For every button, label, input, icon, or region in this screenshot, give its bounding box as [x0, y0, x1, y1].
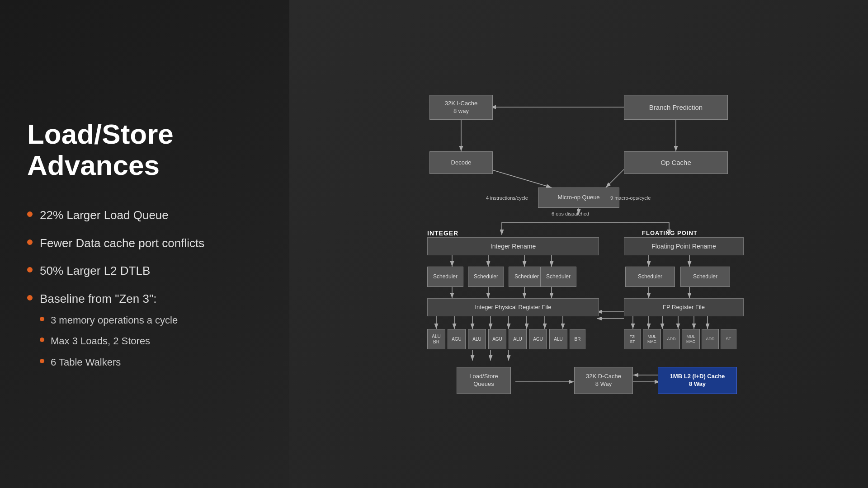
l2-cache-box: 1MB L2 (I+D) Cache 8 Way: [658, 367, 737, 394]
fp-unit-5: ADD: [702, 329, 719, 349]
bullet-text-2: Fewer Data cache port conflicts: [40, 236, 204, 251]
diagram: 32K I-Cache 8 way Branch Prediction Deco…: [402, 81, 755, 407]
int-unit-8: BR: [570, 329, 585, 349]
fp-unit-3: ADD: [663, 329, 680, 349]
fp-reg-file-label: FP Register File: [663, 304, 705, 311]
fp-scheduler-2: Scheduler: [680, 267, 730, 287]
sub-bullet-dot-1: [40, 317, 44, 321]
sub-bullet-dot-3: [40, 359, 44, 363]
sub-bullet-text-2: Max 3 Loads, 2 Stores: [51, 335, 150, 348]
fp-scheduler-1: Scheduler: [625, 267, 675, 287]
bullet-dot-4: [27, 295, 33, 300]
sub-bullet-item-1: 3 memory operations a cycle: [40, 314, 178, 327]
load-store-label: Load/Store Queues: [469, 373, 498, 388]
int-unit-4: AGU: [488, 329, 506, 349]
fp-scheduler-2-label: Scheduler: [693, 273, 717, 281]
bullet-dot-1: [27, 211, 33, 217]
fp-unit-6: ST: [721, 329, 736, 349]
bullet-item-2: Fewer Data cache port conflicts: [27, 236, 262, 251]
int-unit-7: ALU: [549, 329, 567, 349]
int-scheduler-3-label: Scheduler: [514, 273, 539, 281]
l2-cache-label: 1MB L2 (I+D) Cache 8 Way: [670, 373, 725, 388]
sub-bullet-text-3: 6 Table Walkers: [51, 356, 121, 369]
sub-bullet-dot-2: [40, 338, 44, 342]
int-unit-6: AGU: [529, 329, 547, 349]
microop-queue-box: Micro-op Queue: [538, 188, 619, 208]
int-unit-5: ALU: [509, 329, 527, 349]
int-scheduler-4-label: Scheduler: [546, 273, 571, 281]
fp-unit-2: MUL MAC: [643, 329, 661, 349]
decode-label: Decode: [451, 159, 472, 167]
sub-bullet-item-3: 6 Table Walkers: [40, 356, 178, 369]
dcache-label: 32K D-Cache 8 Way: [586, 373, 621, 388]
int-scheduler-2-label: Scheduler: [474, 273, 498, 281]
bullet-dot-3: [27, 267, 33, 272]
bullet-item-4: Baseline from "Zen 3": 3 memory operatio…: [27, 291, 262, 369]
bullet-dot-2: [27, 239, 33, 245]
left-panel: Load/Store Advances 22% Larger Load Queu…: [0, 0, 289, 488]
icache-label: 32K I-Cache 8 way: [445, 100, 477, 115]
bullet-text-4: Baseline from "Zen 3":: [40, 292, 156, 305]
bullet-text-3: 50% Larger L2 DTLB: [40, 263, 150, 279]
fp-rename-label: Floating Point Rename: [651, 242, 716, 250]
branch-prediction-label: Branch Prediction: [649, 103, 703, 112]
int-unit-2: AGU: [448, 329, 466, 349]
int-scheduler-1: Scheduler: [427, 267, 463, 287]
integer-label: INTEGER: [427, 230, 458, 237]
int-reg-file-label: Integer Physical Register File: [475, 304, 551, 311]
fp-rename-box: Floating Point Rename: [624, 237, 744, 255]
bullet-list: 22% Larger Load Queue Fewer Data cache p…: [27, 208, 262, 369]
decode-box: Decode: [429, 151, 493, 174]
sub-bullet-text-1: 3 memory operations a cycle: [51, 314, 178, 327]
branch-prediction-box: Branch Prediction: [624, 95, 728, 120]
op-cache-box: Op Cache: [624, 151, 728, 174]
int-scheduler-4: Scheduler: [540, 267, 576, 287]
right-panel: 32K I-Cache 8 way Branch Prediction Deco…: [289, 0, 868, 488]
label-9macro: 9 macro-ops/cycle: [610, 195, 651, 201]
fp-scheduler-1-label: Scheduler: [638, 273, 662, 281]
microop-queue-label: Micro-op Queue: [557, 194, 599, 202]
int-scheduler-3: Scheduler: [509, 267, 545, 287]
bullet-item-3: 50% Larger L2 DTLB: [27, 263, 262, 279]
fp-label: FLOATING POINT: [642, 230, 698, 236]
slide-title: Load/Store Advances: [27, 119, 262, 180]
icache-box: 32K I-Cache 8 way: [429, 95, 493, 120]
svg-line-5: [491, 169, 552, 188]
int-reg-file-box: Integer Physical Register File: [427, 298, 599, 316]
label-4inst: 4 instructions/cycle: [486, 195, 528, 201]
sub-bullet-list: 3 memory operations a cycle Max 3 Loads,…: [40, 314, 178, 369]
int-scheduler-1-label: Scheduler: [433, 273, 458, 281]
integer-rename-box: Integer Rename: [427, 237, 599, 255]
label-6ops: 6 ops dispatched: [552, 211, 589, 216]
fp-unit-1: F2I ST: [624, 329, 641, 349]
int-unit-1: ALU BR: [427, 329, 445, 349]
integer-rename-label: Integer Rename: [491, 242, 536, 250]
int-scheduler-2: Scheduler: [468, 267, 504, 287]
fp-reg-file-box: FP Register File: [624, 298, 744, 316]
bullet-item-1: 22% Larger Load Queue: [27, 208, 262, 223]
fp-unit-4: MUL MAC: [682, 329, 700, 349]
bullet-text-1: 22% Larger Load Queue: [40, 208, 169, 223]
int-unit-3: ALU: [468, 329, 486, 349]
load-store-box: Load/Store Queues: [457, 367, 511, 394]
dcache-box: 32K D-Cache 8 Way: [574, 367, 633, 394]
bullet-group-4: Baseline from "Zen 3": 3 memory operatio…: [40, 291, 178, 369]
op-cache-label: Op Cache: [660, 158, 691, 167]
sub-bullet-item-2: Max 3 Loads, 2 Stores: [40, 335, 178, 348]
svg-line-6: [606, 169, 624, 188]
